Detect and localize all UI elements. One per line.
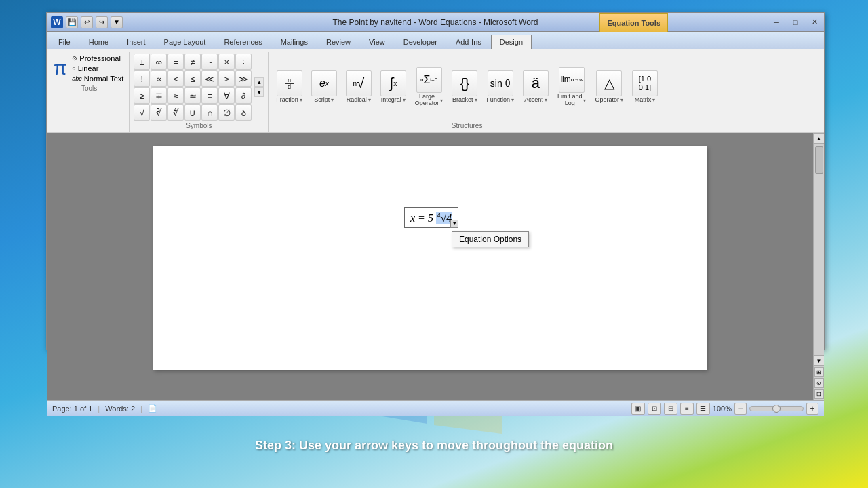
page-info: Page: 1 of 1 [52, 405, 92, 413]
equation-tools-tab[interactable]: Equation Tools [599, 13, 668, 32]
limit-log-arrow[interactable]: ▾ [583, 98, 586, 104]
sym-intersect[interactable]: ∩ [201, 104, 218, 121]
structures-content: n d Fraction ▾ ex Script ▾ [273, 54, 661, 121]
accent-button[interactable]: ä Accent ▾ [519, 68, 552, 106]
tab-developer[interactable]: Developer [395, 34, 446, 49]
sym-gt[interactable]: > [218, 70, 235, 87]
sym-infinity[interactable]: ∞ [151, 54, 167, 70]
sym-times[interactable]: × [218, 54, 235, 70]
minimize-button[interactable]: ─ [767, 13, 786, 32]
large-operator-button[interactable]: n Σ i=0 LargeOperator ▾ [412, 65, 447, 109]
fraction-arrow[interactable]: ▾ [300, 97, 302, 103]
matrix-arrow[interactable]: ▾ [652, 97, 655, 103]
limit-log-button[interactable]: limn→∞ Limit andLog ▾ [554, 65, 590, 109]
sym-cbrt[interactable]: ∛ [151, 104, 167, 121]
sym-factorial[interactable]: ! [134, 70, 150, 87]
scroll-thumb[interactable] [815, 146, 823, 174]
integral-button[interactable]: ∫x Integral ▾ [377, 68, 410, 106]
radical-button[interactable]: n√ Radical ▾ [342, 68, 375, 106]
equation-options-popup[interactable]: Equation Options [452, 231, 529, 247]
zoom-out-btn[interactable]: − [734, 403, 747, 415]
sym-scroll-down[interactable]: ▼ [254, 87, 264, 97]
sym-equiv[interactable]: ≡ [201, 87, 218, 104]
script-button[interactable]: ex Script ▾ [308, 68, 340, 106]
outline-btn[interactable]: ≡ [680, 403, 694, 415]
script-arrow[interactable]: ▾ [331, 97, 334, 103]
web-layout-btn[interactable]: ⊟ [664, 403, 677, 415]
sym-union[interactable]: ∪ [184, 104, 201, 121]
sym-gt-gt[interactable]: ≪ [201, 70, 218, 87]
sym-empty[interactable]: ∅ [218, 104, 235, 121]
tab-page-layout[interactable]: Page Layout [155, 34, 215, 49]
full-screen-btn[interactable]: ⊡ [648, 403, 661, 415]
draft-btn[interactable]: ☰ [696, 403, 710, 415]
page-up-btn[interactable]: ⊞ [814, 367, 824, 377]
linear-option[interactable]: ○ Linear [71, 64, 125, 73]
zoom-in-btn[interactable]: + [806, 403, 818, 415]
matrix-button[interactable]: [1 00 1] Matrix ▾ [629, 68, 661, 106]
more-btn[interactable]: ▼ [111, 16, 123, 28]
sym-fthrt[interactable]: ∜ [167, 104, 184, 121]
tab-file[interactable]: File [50, 34, 79, 49]
linear-radio[interactable]: ○ [72, 65, 75, 72]
tab-review[interactable]: Review [317, 34, 359, 49]
sym-lt[interactable]: < [167, 70, 184, 87]
sym-simeq[interactable]: ≃ [184, 87, 201, 104]
sym-divide[interactable]: ÷ [235, 54, 252, 70]
undo-btn[interactable]: ↩ [81, 16, 93, 28]
tab-home[interactable]: Home [80, 34, 117, 49]
large-op-arrow[interactable]: ▾ [440, 98, 443, 104]
sym-forall[interactable]: ∀ [218, 87, 235, 104]
sym-partial[interactable]: ∂ [235, 87, 252, 104]
tab-view[interactable]: View [360, 34, 394, 49]
tab-add-ins[interactable]: Add-Ins [447, 34, 490, 49]
operator-button[interactable]: △ Operator ▾ [591, 68, 627, 106]
tab-mailings[interactable]: Mailings [272, 34, 317, 49]
redo-btn[interactable]: ↪ [96, 16, 108, 28]
professional-radio[interactable]: ⊙ [72, 55, 77, 62]
doc-icon[interactable]: 📄 [148, 404, 157, 413]
accent-arrow[interactable]: ▾ [545, 97, 547, 103]
equation-box[interactable]: x = 5 4√4 ▼ [404, 207, 458, 228]
sym-not-equal[interactable]: ≠ [184, 54, 201, 70]
sym-approx[interactable]: ≈ [167, 87, 184, 104]
sym-equals[interactable]: = [167, 54, 184, 70]
bracket-button[interactable]: {} Bracket ▾ [448, 68, 481, 106]
sym-tilde[interactable]: ~ [201, 54, 218, 70]
sym-gteq[interactable]: ≥ [134, 87, 150, 104]
tab-insert[interactable]: Insert [118, 34, 155, 49]
pi-icon[interactable]: π [54, 59, 66, 78]
sym-plus-minus[interactable]: ± [134, 54, 150, 70]
operator-arrow[interactable]: ▾ [620, 97, 623, 103]
scroll-down-button[interactable]: ▼ [814, 355, 825, 366]
function-arrow[interactable]: ▾ [511, 97, 514, 103]
select-browse-btn[interactable]: ⊙ [814, 378, 824, 388]
sym-gt-gt2[interactable]: ≫ [235, 70, 252, 87]
zoom-slider[interactable] [749, 406, 804, 411]
sym-proportional[interactable]: ∝ [151, 70, 167, 87]
bracket-arrow[interactable]: ▾ [475, 97, 477, 103]
sym-delta[interactable]: δ [235, 104, 252, 121]
bracket-icon: {} [452, 70, 477, 96]
sym-sqrt[interactable]: √ [134, 104, 150, 121]
scroll-up-button[interactable]: ▲ [814, 133, 825, 144]
close-button[interactable]: ✕ [805, 13, 824, 32]
normal-text-option[interactable]: abc Normal Text [71, 74, 125, 83]
professional-option[interactable]: ⊙ Professional [71, 54, 125, 63]
print-layout-btn[interactable]: ▣ [631, 403, 645, 415]
zoom-thumb[interactable] [772, 405, 781, 413]
equation-dropdown-arrow[interactable]: ▼ [450, 220, 458, 228]
sym-scroll-up[interactable]: ▲ [254, 77, 264, 87]
integral-arrow[interactable]: ▾ [403, 97, 406, 103]
fraction-button[interactable]: n d Fraction ▾ [273, 68, 306, 106]
restore-button[interactable]: □ [786, 13, 805, 32]
sym-lteq[interactable]: ≤ [184, 70, 201, 87]
ribbon: π ⊙ Professional ○ Linear abc Normal Tex… [47, 49, 824, 133]
radical-arrow[interactable]: ▾ [368, 97, 371, 103]
page-down-btn[interactable]: ⊟ [814, 389, 824, 399]
function-button[interactable]: sin θ Function ▾ [483, 68, 517, 106]
tab-references[interactable]: References [215, 34, 271, 49]
tab-design[interactable]: Design [491, 35, 532, 49]
quick-save-btn[interactable]: 💾 [66, 16, 78, 28]
sym-minus-plus[interactable]: ∓ [151, 87, 167, 104]
